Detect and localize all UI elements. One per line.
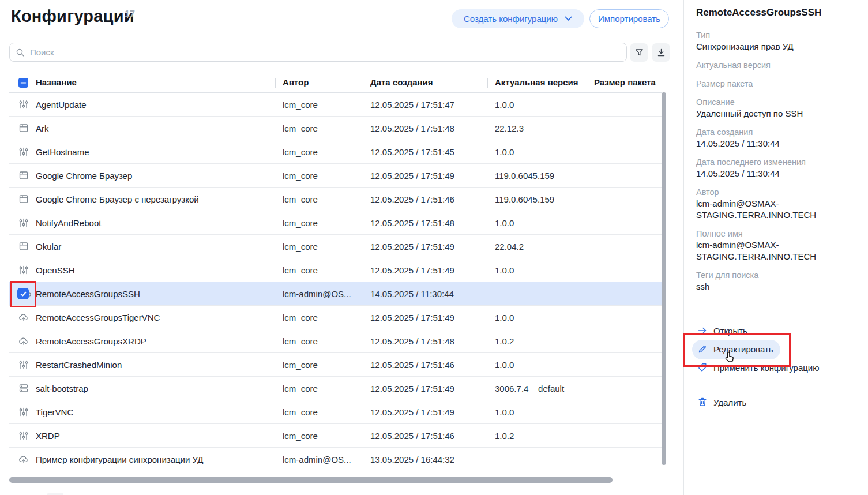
table-row[interactable]: OpenSSHlcm_core12.05.2025 / 17:51:491.0.…: [9, 258, 662, 282]
table-row[interactable]: salt-bootstraplcm_core12.05.2025 / 17:51…: [9, 377, 662, 400]
filter-icon: [634, 48, 644, 58]
config-name: salt-bootstrap: [36, 384, 283, 393]
cloud-sync-icon: [18, 312, 29, 322]
config-author: lcm_core: [283, 431, 370, 441]
table-row[interactable]: RemoteAccessGroupsSSHlcm-admin@OS...14.0…: [9, 282, 662, 306]
pencil-icon: [697, 344, 708, 354]
chevron-down-icon: [565, 16, 572, 21]
table-row[interactable]: Google Chrome Браузер с перезагрузкойlcm…: [9, 187, 662, 211]
config-version: 1.0.0: [495, 407, 594, 417]
config-name: RemoteAccessGroupsSSH: [36, 289, 283, 299]
config-created: 13.05.2025 / 16:44:32: [370, 455, 495, 464]
table-row[interactable]: Okularlcm_core12.05.2025 / 17:51:4922.04…: [9, 235, 662, 258]
detail-field-label: Размер пакета: [696, 78, 835, 89]
table-row[interactable]: Arklcm_core12.05.2025 / 17:51:4822.12.3: [9, 117, 662, 140]
table-row[interactable]: RemoteAccessGroupsTigerVNClcm_core12.05.…: [9, 306, 662, 329]
config-version: 1.0.0: [495, 360, 594, 370]
table-row[interactable]: RemoteAccessGroupsXRDPlcm_core12.05.2025…: [9, 329, 662, 353]
config-version: 3006.7.4__default: [495, 384, 594, 393]
detail-field-value: 14.05.2025 / 11:30:44: [696, 168, 835, 179]
config-created: 12.05.2025 / 17:51:46: [370, 431, 495, 441]
config-created: 12.05.2025 / 17:51:49: [370, 384, 495, 393]
table-row[interactable]: GetHostnamelcm_core12.05.2025 / 17:51:45…: [9, 140, 662, 164]
download-button[interactable]: [652, 43, 670, 62]
config-version: 22.04.2: [495, 242, 594, 252]
detail-field: Дата последнего изменения14.05.2025 / 11…: [696, 157, 835, 179]
details-fields: ТипСинхронизация прав УДАктуальная верси…: [696, 30, 856, 292]
vertical-scrollbar[interactable]: [662, 92, 666, 465]
action-label: Удалить: [713, 397, 746, 407]
search-icon: [16, 48, 25, 57]
configurations-page: Конфигурации 17 Создать конфигурацию Имп…: [0, 0, 868, 495]
select-all-checkbox[interactable]: [18, 78, 28, 88]
config-author: lcm_core: [283, 265, 370, 275]
table-row[interactable]: TigerVNClcm_core12.05.2025 / 17:51:491.0…: [9, 400, 662, 424]
config-name: GetHostname: [36, 147, 283, 157]
search-bar: [9, 43, 627, 62]
filter-button[interactable]: [630, 43, 648, 62]
config-created: 12.05.2025 / 17:51:46: [370, 360, 495, 370]
config-version: 119.0.6045.159: [495, 194, 594, 204]
edit-button[interactable]: Редактировать: [684, 340, 868, 358]
config-author: lcm-admin@OS...: [283, 455, 370, 464]
import-label: Импортировать: [598, 14, 660, 24]
detail-field-value: lcm-admin@OSMAX-STAGING.TERRA.INNO.TECH: [696, 198, 835, 221]
details-actions: ОткрытьРедактироватьПрименить конфигурац…: [684, 321, 868, 411]
apply-configuration-button[interactable]: Применить конфигурацию: [684, 358, 868, 377]
column-header-created[interactable]: Дата создания: [370, 77, 495, 87]
config-author: lcm_core: [283, 171, 370, 181]
column-header-name[interactable]: Название: [36, 77, 283, 87]
table-row[interactable]: AgentUpdatelcm_core12.05.2025 / 17:51:47…: [9, 93, 662, 117]
trash-icon: [697, 397, 708, 407]
package-icon: [18, 241, 29, 252]
package-icon: [18, 170, 29, 181]
config-name: Google Chrome Браузер с перезагрузкой: [36, 194, 283, 204]
row-checkbox[interactable]: [17, 288, 29, 299]
column-header-version[interactable]: Актуальная версия: [495, 77, 594, 87]
details-panel: RemoteAccessGroupsSSH ТипСинхронизация п…: [683, 0, 868, 495]
config-created: 12.05.2025 / 17:51:48: [370, 123, 495, 133]
create-configuration-button[interactable]: Создать конфигурацию: [452, 9, 584, 28]
config-author: lcm_core: [283, 194, 370, 204]
detail-field-value: Синхронизация прав УД: [696, 41, 835, 52]
page-count: 17: [125, 9, 135, 20]
table-row[interactable]: Google Chrome Браузерlcm_core12.05.2025 …: [9, 164, 662, 187]
config-author: lcm_core: [283, 123, 370, 133]
table-row[interactable]: XRDPlcm_core12.05.2025 / 17:51:461.0.2: [9, 424, 662, 448]
column-header-size[interactable]: Размер пакета: [594, 77, 662, 87]
horizontal-scrollbar[interactable]: [9, 477, 613, 483]
create-configuration-label: Создать конфигурацию: [464, 14, 558, 24]
detail-field-label: Тип: [696, 30, 835, 41]
import-button[interactable]: Импортировать: [589, 9, 669, 28]
cloud-sync-icon: [18, 336, 29, 346]
detail-field-label: Автор: [696, 187, 835, 198]
search-input[interactable]: [30, 47, 621, 57]
config-version: 1.0.0: [495, 218, 594, 228]
action-label: Редактировать: [713, 344, 773, 354]
detail-field-value: 14.05.2025 / 11:30:44: [696, 138, 835, 149]
detail-field-label: Теги для поиска: [696, 270, 835, 281]
detail-field: Авторlcm-admin@OSMAX-STAGING.TERRA.INNO.…: [696, 187, 835, 221]
table-row[interactable]: RestartCrashedMinionlcm_core12.05.2025 /…: [9, 353, 662, 377]
sliders-icon: [18, 217, 29, 228]
detail-field-value: ssh: [696, 281, 835, 292]
detail-field: ОписаниеУдаленный доступ по SSH: [696, 97, 835, 119]
download-icon: [656, 48, 666, 58]
detail-field-label: Дата создания: [696, 127, 835, 138]
package-icon: [18, 194, 29, 204]
config-name: Google Chrome Браузер: [36, 171, 283, 181]
detail-field-value: lcm-admin@OSMAX-STAGING.TERRA.INNO.TECH: [696, 239, 835, 262]
config-author: lcm_core: [283, 336, 370, 346]
tag-icon: [697, 362, 708, 373]
table-row[interactable]: Пример конфигурации синхронизации УДlcm-…: [9, 448, 662, 471]
table-row[interactable]: NotifyAndRebootlcm_core12.05.2025 / 17:5…: [9, 211, 662, 235]
open-button[interactable]: Открыть: [684, 321, 868, 340]
config-version: 1.0.0: [495, 265, 594, 275]
config-author: lcm_core: [283, 407, 370, 417]
config-name: XRDP: [36, 431, 283, 441]
column-header-author[interactable]: Автор: [283, 77, 370, 87]
config-author: lcm_core: [283, 100, 370, 110]
delete-button[interactable]: Удалить: [684, 393, 868, 411]
config-version: 1.0.0: [495, 313, 594, 322]
config-name: NotifyAndReboot: [36, 218, 283, 228]
